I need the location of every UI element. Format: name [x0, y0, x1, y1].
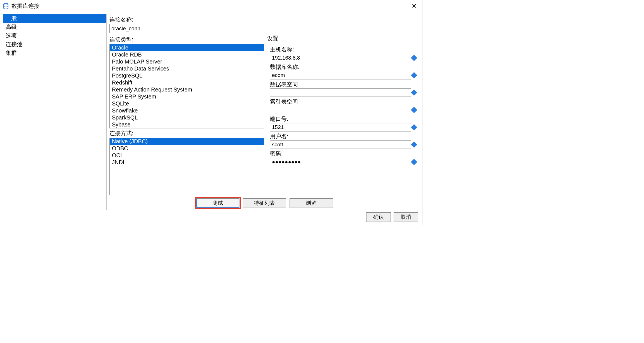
tablespace-input[interactable] [270, 88, 411, 97]
main-panel: 连接名称: 连接类型: Oracle Oracle RDB Palo MOLAP… [109, 14, 419, 210]
sidebar-item-general[interactable]: 一般 [3, 14, 106, 23]
browse-button[interactable]: 浏览 [290, 198, 333, 208]
test-button[interactable]: 测试 [196, 198, 239, 208]
variable-icon[interactable] [411, 90, 417, 96]
list-item[interactable]: Remedy Action Request System [110, 86, 264, 93]
connection-name-input[interactable] [109, 24, 419, 33]
svg-point-0 [4, 3, 8, 5]
dbname-label: 数据库名称: [270, 63, 416, 71]
sidebar-item-advanced[interactable]: 高级 [3, 23, 106, 31]
variable-icon[interactable] [411, 72, 417, 79]
list-item[interactable]: Pentaho Data Services [110, 65, 264, 72]
footer: 确认 取消 [0, 210, 422, 225]
connection-method-listbox[interactable]: Native (JDBC) ODBC OCI JNDI [109, 138, 264, 195]
list-item[interactable]: Snowflake [110, 107, 264, 114]
window-title: 数据库连接 [11, 2, 39, 10]
cancel-button[interactable]: 取消 [394, 212, 418, 222]
user-input[interactable] [270, 140, 411, 149]
list-item[interactable]: ODBC [110, 145, 264, 152]
list-item[interactable]: JNDI [110, 159, 264, 166]
list-item[interactable]: Redshift [110, 79, 264, 86]
indexspace-input[interactable] [270, 106, 411, 114]
sidebar-item-cluster[interactable]: 集群 [3, 49, 106, 57]
list-item[interactable]: Palo MOLAP Server [110, 58, 264, 65]
password-input[interactable] [270, 158, 411, 166]
connection-name-label: 连接名称: [109, 15, 419, 24]
close-icon[interactable]: ✕ [409, 3, 419, 10]
variable-icon[interactable] [411, 142, 417, 148]
list-item[interactable]: Oracle RDB [110, 51, 264, 58]
tablespace-label: 数据表空间 [270, 80, 416, 88]
action-button-row: 测试 特征列表 浏览 [109, 195, 419, 210]
list-item[interactable]: PostgreSQL [110, 72, 264, 79]
ok-button[interactable]: 确认 [366, 212, 391, 222]
connection-method-label: 连接方式: [109, 128, 264, 138]
sidebar-item-pool[interactable]: 连接池 [3, 40, 106, 49]
list-item[interactable]: Native (JDBC) [110, 138, 264, 145]
port-input[interactable] [270, 123, 411, 131]
list-item[interactable]: SAP ERP System [110, 93, 264, 100]
list-item[interactable]: Oracle [110, 44, 264, 51]
db-connection-dialog: 数据库连接 ✕ 一般 高级 选项 连接池 集群 连接名称: 连接类型: Orac… [0, 0, 422, 225]
connection-type-listbox[interactable]: Oracle Oracle RDB Palo MOLAP Server Pent… [109, 44, 264, 128]
user-label: 用户名: [270, 132, 416, 140]
sidebar-item-options[interactable]: 选项 [3, 31, 106, 40]
content-area: 一般 高级 选项 连接池 集群 连接名称: 连接类型: Oracle Oracl… [0, 12, 422, 210]
database-icon [3, 3, 9, 9]
list-item[interactable]: OCI [110, 152, 264, 159]
dbname-input[interactable] [270, 71, 411, 79]
host-input[interactable] [270, 54, 411, 62]
list-item[interactable]: SparkSQL [110, 114, 264, 121]
variable-icon[interactable] [411, 55, 417, 61]
port-label: 端口号: [270, 115, 416, 123]
variable-icon[interactable] [411, 124, 417, 131]
host-label: 主机名称: [270, 45, 416, 54]
settings-group: 主机名称: 数据库名称: [267, 43, 419, 195]
list-item[interactable]: SQLite [110, 100, 264, 107]
feature-list-button[interactable]: 特征列表 [243, 198, 286, 208]
connection-type-label: 连接类型: [109, 35, 264, 44]
list-item[interactable]: Sybase [110, 121, 264, 128]
variable-icon[interactable] [411, 159, 417, 165]
titlebar: 数据库连接 ✕ [0, 0, 422, 12]
indexspace-label: 索引表空间 [270, 97, 416, 106]
sidebar: 一般 高级 选项 连接池 集群 [3, 14, 107, 210]
variable-icon[interactable] [411, 107, 417, 113]
settings-legend: 设置 [267, 35, 419, 43]
password-label: 密码: [270, 149, 416, 158]
